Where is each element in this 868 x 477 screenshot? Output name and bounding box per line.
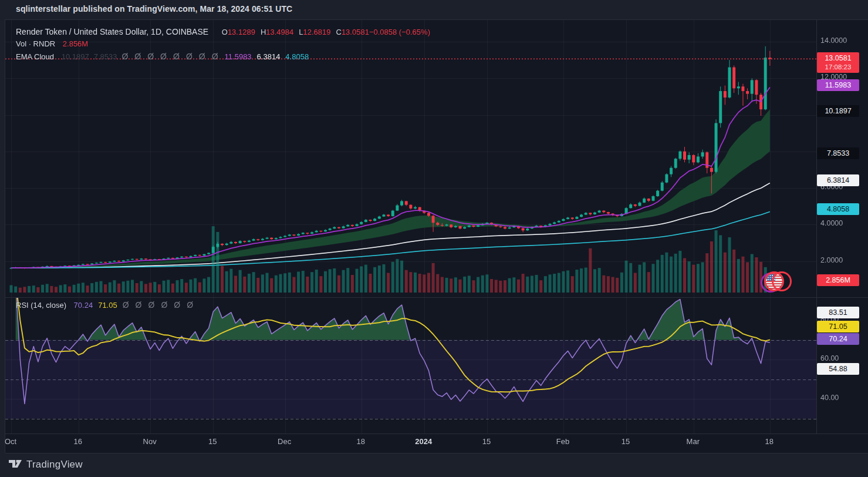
legend-value: 6.3814 [257,52,281,61]
chart-widget [5,19,868,453]
volume-legend-row[interactable]: Vol · RNDR 2.856M [16,39,88,48]
legend-value: 4.8058 [285,52,309,61]
rsi-label: RSI (14, close) [16,301,66,310]
legend-value: 11.5983 [225,52,252,61]
legend-value: C [336,28,342,36]
tradingview-published-chart: sqlinterstellar published on TradingView… [0,0,868,477]
price-axis[interactable] [816,19,868,433]
symbol-title: Render Token / United States Dollar, 1D,… [16,27,208,36]
legend-value: 70.24 [74,301,93,310]
legend-value: 13.4984 [266,28,293,36]
disabled-plot-toggle: Ø [212,52,218,61]
symbol-legend-row[interactable]: Render Token / United States Dollar, 1D,… [16,27,430,36]
legend-value: O [222,28,228,36]
legend-value: 13.1289 [228,28,255,36]
ema-cloud-values: 10.18977.8533ØØØØØØØØ11.59836.38144.8058 [62,52,314,61]
legend-value: H [261,28,266,36]
disabled-plot-toggle: Ø [147,52,154,61]
legend-value: −0.0858 (−0.65%) [369,28,430,36]
disabled-plot-toggle: Ø [187,300,193,310]
disabled-plot-toggle: Ø [121,52,128,61]
volume-label: Vol · RNDR [16,39,55,48]
chart-canvas[interactable] [1,1,868,477]
tradingview-footer-link[interactable]: TradingView [8,457,83,472]
legend-value: 7.8533 [94,52,117,61]
legend-value: 12.6819 [303,28,331,36]
time-axis[interactable] [5,433,816,452]
tradingview-brand-text: TradingView [26,459,83,471]
disabled-plot-toggle: Ø [160,52,167,61]
disabled-plot-toggle: Ø [199,52,205,61]
volume-value: 2.856M [63,39,88,48]
legend-value: 10.1897 [62,52,89,61]
disabled-plot-toggle: Ø [173,52,180,61]
disabled-plot-toggle: Ø [136,300,142,310]
legend-value: 13.0581 [342,28,369,36]
disabled-plot-toggle: Ø [134,52,141,61]
ohlc-values: O13.1289H13.4984L12.6819C13.0581−0.0858 … [217,28,430,36]
disabled-plot-toggle: Ø [174,300,180,310]
us-flag-event-marker[interactable] [761,271,795,294]
disabled-plot-toggle: Ø [186,52,192,61]
rsi-legend-row[interactable]: RSI (14, close) 70.2471.05ØØØØØØ [16,300,200,310]
legend-value: 71.05 [98,301,117,310]
ema-cloud-legend-row[interactable]: EMA Cloud 10.18977.8533ØØØØØØØØ11.59836.… [16,52,314,61]
red-ring-icon [772,271,792,291]
disabled-plot-toggle: Ø [123,300,129,310]
ema-cloud-label: EMA Cloud [16,52,54,61]
legend-value: L [299,28,303,36]
disabled-plot-toggle: Ø [148,300,154,310]
rsi-values: 70.2471.05ØØØØØØ [74,300,200,310]
disabled-plot-toggle: Ø [161,300,167,310]
tradingview-logo-icon [8,459,22,471]
